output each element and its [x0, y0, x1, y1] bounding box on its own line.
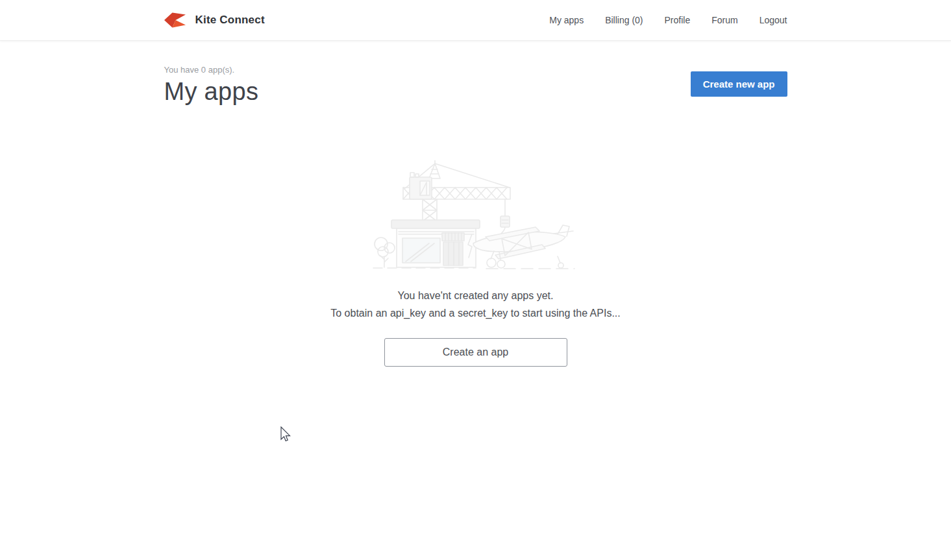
- apps-count: You have 0 app(s).: [164, 65, 259, 75]
- brand[interactable]: Kite Connect: [164, 12, 265, 29]
- page-title: My apps: [164, 78, 259, 106]
- nav-item-logout[interactable]: Logout: [760, 15, 787, 25]
- construction-site-illustration: [372, 160, 580, 273]
- main-content: You have 0 app(s). My apps Create new ap…: [164, 65, 787, 367]
- empty-state-line-1: You have'nt created any apps yet.: [164, 290, 787, 302]
- nav-item-my-apps[interactable]: My apps: [549, 15, 584, 25]
- mouse-cursor-icon: [280, 426, 291, 446]
- kite-logo-icon: [164, 12, 188, 29]
- empty-state: You have'nt created any apps yet. To obt…: [164, 160, 787, 367]
- page-head: You have 0 app(s). My apps Create new ap…: [164, 65, 787, 106]
- brand-name: Kite Connect: [195, 14, 265, 27]
- nav-item-profile[interactable]: Profile: [665, 15, 691, 25]
- empty-state-line-2: To obtain an api_key and a secret_key to…: [164, 308, 787, 319]
- nav-item-billing[interactable]: Billing (0): [605, 15, 643, 25]
- header-nav: My apps Billing (0) Profile Forum Logout: [549, 15, 787, 25]
- create-new-app-button[interactable]: Create new app: [691, 71, 787, 97]
- top-nav-bar: Kite Connect My apps Billing (0) Profile…: [0, 0, 951, 41]
- create-an-app-button[interactable]: Create an app: [384, 338, 567, 367]
- page-head-titles: You have 0 app(s). My apps: [164, 65, 259, 106]
- nav-item-forum[interactable]: Forum: [711, 15, 737, 25]
